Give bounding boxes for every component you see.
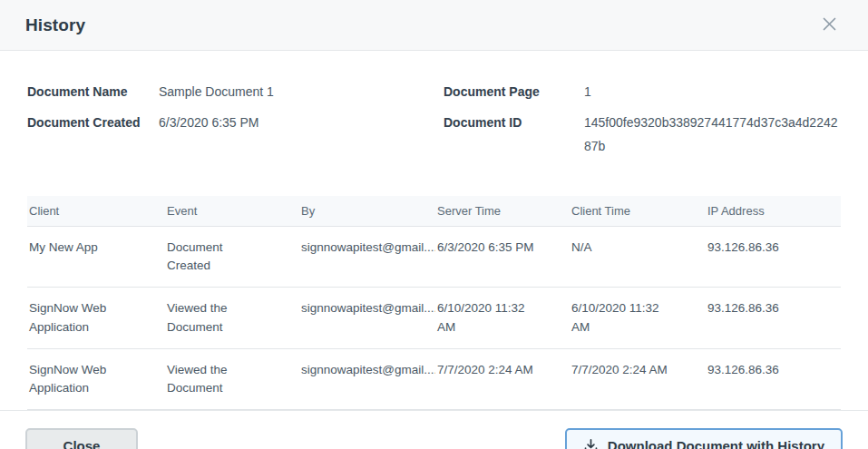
column-header-client-time: Client Time bbox=[570, 204, 706, 218]
document-id-row: Document ID 145f00fe9320b338927441774d37… bbox=[444, 114, 841, 159]
document-created-row: Document Created 6/3/2020 6:35 PM bbox=[27, 114, 444, 135]
table-cell: 93.126.86.36 bbox=[706, 361, 841, 379]
close-icon bbox=[821, 15, 838, 35]
document-page-value: 1 bbox=[584, 80, 591, 104]
close-modal-button[interactable] bbox=[815, 12, 843, 39]
history-modal: History Document Name Sample Document 1 … bbox=[0, 0, 868, 449]
table-row: SignNow Web ApplicationViewed the Docume… bbox=[27, 349, 841, 411]
history-table: ClientEventByServer TimeClient TimeIP Ad… bbox=[27, 196, 841, 411]
modal-title: History bbox=[25, 15, 85, 35]
table-cell: My New App bbox=[27, 239, 165, 257]
document-info-right-column: Document Page 1 Document ID 145f00fe9320… bbox=[444, 83, 841, 169]
table-cell: N/A bbox=[570, 239, 706, 257]
download-document-with-history-button[interactable]: Download Document with History bbox=[565, 428, 843, 449]
document-created-label: Document Created bbox=[27, 114, 159, 132]
modal-header: History bbox=[0, 0, 868, 51]
table-cell: signnowapitest@gmail.... bbox=[299, 361, 435, 379]
download-icon bbox=[583, 438, 599, 449]
table-row: SignNow Web ApplicationViewed the Docume… bbox=[27, 288, 841, 349]
document-id-value: 145f00fe9320b338927441774d37c3a4d224287b bbox=[584, 111, 841, 159]
column-header-by: By bbox=[299, 204, 435, 218]
table-cell: 6/3/2020 6:35 PM bbox=[435, 239, 570, 257]
column-header-event: Event bbox=[165, 204, 299, 218]
document-page-label: Document Page bbox=[444, 83, 584, 101]
document-name-row: Document Name Sample Document 1 bbox=[27, 83, 444, 104]
table-cell: 93.126.86.36 bbox=[706, 299, 841, 317]
document-info-section: Document Name Sample Document 1 Document… bbox=[27, 83, 841, 169]
table-cell: Viewed the Document bbox=[165, 361, 299, 398]
document-name-label: Document Name bbox=[27, 83, 159, 101]
modal-footer: Close Download Document with History bbox=[0, 410, 868, 449]
table-cell: 7/7/2020 2:24 AM bbox=[570, 361, 706, 379]
download-button-label: Download Document with History bbox=[608, 438, 824, 449]
column-header-server-time: Server Time bbox=[435, 204, 570, 218]
table-cell: 93.126.86.36 bbox=[706, 239, 841, 257]
document-name-value: Sample Document 1 bbox=[159, 80, 274, 104]
table-cell: Viewed the Document bbox=[165, 299, 299, 337]
document-created-value: 6/3/2020 6:35 PM bbox=[159, 111, 259, 135]
table-cell: signnowapitest@gmail.... bbox=[299, 239, 435, 257]
document-page-row: Document Page 1 bbox=[444, 83, 841, 104]
table-cell: SignNow Web Application bbox=[27, 361, 165, 398]
document-info-left-column: Document Name Sample Document 1 Document… bbox=[27, 83, 444, 169]
close-button[interactable]: Close bbox=[25, 428, 138, 449]
table-cell: Document Created bbox=[165, 239, 299, 276]
document-id-label: Document ID bbox=[444, 114, 584, 132]
modal-body: Document Name Sample Document 1 Document… bbox=[0, 51, 868, 410]
table-cell: 6/10/2020 11:32 AM bbox=[570, 299, 706, 337]
table-cell: signnowapitest@gmail.... bbox=[299, 299, 435, 317]
table-header-row: ClientEventByServer TimeClient TimeIP Ad… bbox=[27, 196, 841, 227]
table-cell: SignNow Web Application bbox=[27, 299, 165, 337]
table-body: My New AppDocument Createdsignnowapitest… bbox=[27, 227, 841, 411]
table-cell: 7/7/2020 2:24 AM bbox=[435, 361, 570, 379]
table-cell: 6/10/2020 11:32 AM bbox=[435, 299, 570, 337]
column-header-client: Client bbox=[27, 204, 165, 218]
table-row: My New AppDocument Createdsignnowapitest… bbox=[27, 227, 841, 288]
column-header-ip-address: IP Address bbox=[706, 204, 841, 218]
